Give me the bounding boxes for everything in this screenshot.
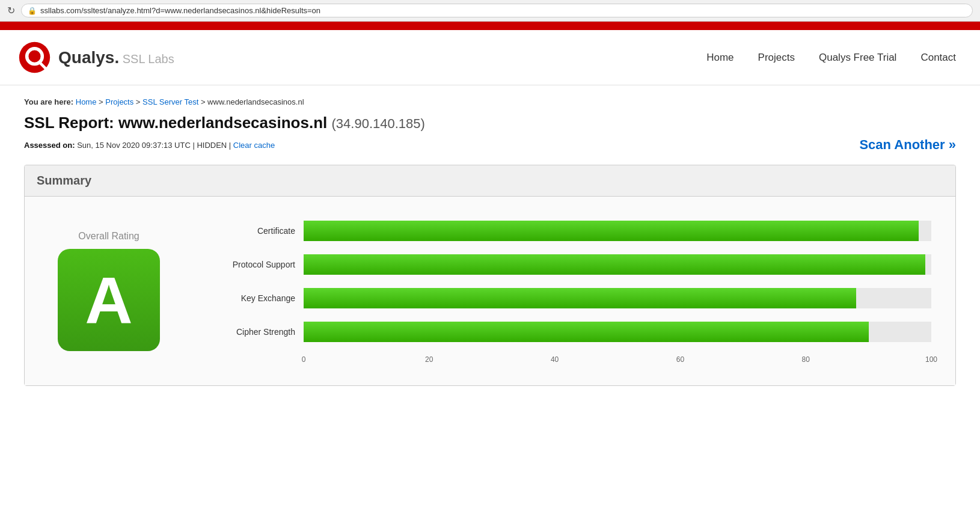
x-axis-tick: 40 — [551, 355, 559, 364]
page-content: You are here: Home > Projects > SSL Serv… — [0, 85, 980, 398]
report-title-prefix: SSL Report: — [24, 114, 114, 132]
logo-area: Qualys. SSL Labs — [18, 41, 174, 74]
summary-header: Summary — [25, 165, 955, 197]
x-axis-labels: 020406080100 — [304, 355, 931, 367]
bar-label: Key Exchange — [205, 293, 295, 303]
x-axis: 020406080100 — [205, 355, 931, 367]
x-axis-tick: 60 — [676, 355, 684, 364]
bar-row: Key Exchange — [205, 288, 931, 308]
bar-row: Certificate — [205, 221, 931, 241]
main-nav: Home Projects Qualys Free Trial Contact — [706, 52, 956, 64]
breadcrumb: You are here: Home > Projects > SSL Serv… — [24, 97, 956, 106]
assessed-value: Sun, 15 Nov 2020 09:37:13 UTC | HIDDEN | — [77, 141, 231, 150]
site-header: Qualys. SSL Labs Home Projects Qualys Fr… — [0, 30, 980, 85]
breadcrumb-domain: www.nederlandsecasinos.nl — [207, 97, 304, 106]
refresh-icon[interactable]: ↻ — [7, 5, 15, 16]
grade-letter: A — [85, 267, 132, 333]
clear-cache-link[interactable]: Clear cache — [233, 141, 275, 150]
assessed-row: Assessed on: Sun, 15 Nov 2020 09:37:13 U… — [24, 137, 956, 153]
nav-projects[interactable]: Projects — [758, 52, 795, 64]
report-domain: www.nederlandsecasinos.nl — [118, 114, 327, 132]
bar-track — [304, 322, 931, 342]
assessed-label: Assessed on: — [24, 141, 75, 150]
nav-contact[interactable]: Contact — [920, 52, 956, 64]
chart-area: CertificateProtocol SupportKey ExchangeC… — [205, 215, 931, 367]
x-axis-tick: 20 — [425, 355, 433, 364]
bar-fill — [304, 254, 925, 275]
bar-fill — [304, 288, 856, 308]
x-axis-tick: 0 — [302, 355, 306, 364]
bar-label: Protocol Support — [205, 260, 295, 269]
nav-free-trial[interactable]: Qualys Free Trial — [819, 52, 896, 64]
red-top-bar — [0, 22, 980, 30]
grade-badge: A — [58, 249, 160, 351]
breadcrumb-ssl-server-test[interactable]: SSL Server Test — [142, 97, 198, 106]
scan-another-button[interactable]: Scan Another » — [859, 137, 956, 153]
qualys-logo-icon — [18, 41, 51, 74]
summary-content: Overall Rating A CertificateProtocol Sup… — [25, 197, 955, 385]
bar-track — [304, 254, 931, 275]
breadcrumb-home[interactable]: Home — [76, 97, 97, 106]
address-bar[interactable]: 🔒 ssllabs.com/ssltest/analyze.html?d=www… — [21, 4, 973, 17]
bar-fill — [304, 221, 919, 241]
bar-track — [304, 221, 931, 241]
summary-title: Summary — [37, 174, 91, 187]
x-axis-tick: 80 — [802, 355, 810, 364]
bar-label: Cipher Strength — [205, 327, 295, 337]
rating-area: Overall Rating A — [49, 231, 169, 351]
bar-chart: CertificateProtocol SupportKey ExchangeC… — [205, 221, 931, 342]
bar-fill — [304, 322, 869, 342]
report-ip: (34.90.140.185) — [332, 116, 425, 131]
summary-box: Summary Overall Rating A CertificateProt… — [24, 165, 956, 386]
bar-track — [304, 288, 931, 308]
browser-bar: ↻ 🔒 ssllabs.com/ssltest/analyze.html?d=w… — [0, 0, 980, 22]
assessed-text: Assessed on: Sun, 15 Nov 2020 09:37:13 U… — [24, 141, 275, 150]
logo-text: Qualys. SSL Labs — [58, 48, 174, 67]
report-title: SSL Report: www.nederlandsecasinos.nl (3… — [24, 114, 956, 132]
x-axis-tick: 100 — [925, 355, 937, 364]
nav-home[interactable]: Home — [706, 52, 733, 64]
bar-row: Protocol Support — [205, 254, 931, 275]
lock-icon: 🔒 — [28, 7, 37, 15]
bar-row: Cipher Strength — [205, 322, 931, 342]
breadcrumb-projects[interactable]: Projects — [105, 97, 133, 106]
breadcrumb-label: You are here: — [24, 97, 73, 106]
bar-label: Certificate — [205, 226, 295, 236]
overall-rating-label: Overall Rating — [78, 231, 139, 242]
url-text: ssllabs.com/ssltest/analyze.html?d=www.n… — [40, 6, 320, 15]
